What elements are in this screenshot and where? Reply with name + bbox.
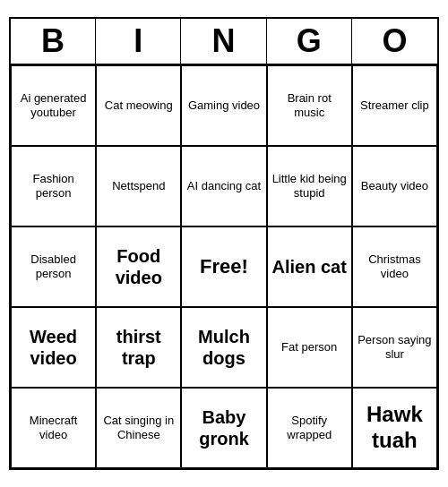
- bingo-cell-15: Weed video: [11, 307, 96, 388]
- bingo-header: BINGO: [11, 19, 437, 65]
- bingo-cell-9: Beauty video: [352, 146, 437, 226]
- header-letter-n: N: [181, 19, 266, 64]
- header-letter-b: B: [11, 19, 96, 64]
- bingo-cell-6: Nettspend: [96, 146, 181, 226]
- bingo-cell-14: Christmas video: [352, 226, 437, 307]
- bingo-cell-16: thirst trap: [96, 307, 181, 388]
- bingo-cell-21: Cat singing in Chinese: [96, 388, 181, 468]
- bingo-cell-5: Fashion person: [11, 146, 96, 226]
- bingo-cell-24: Hawk tuah: [352, 388, 437, 468]
- bingo-cell-8: Little kid being stupid: [267, 146, 352, 226]
- bingo-cell-10: Disabled person: [11, 226, 96, 307]
- bingo-cell-13: Alien cat: [267, 226, 352, 307]
- bingo-cell-7: AI dancing cat: [181, 146, 266, 226]
- header-letter-i: I: [96, 19, 181, 64]
- bingo-cell-0: Ai generated youtuber: [11, 65, 96, 146]
- bingo-cell-4: Streamer clip: [352, 65, 437, 146]
- bingo-cell-1: Cat meowing: [96, 65, 181, 146]
- header-letter-g: G: [267, 19, 352, 64]
- bingo-cell-12: Free!: [181, 226, 266, 307]
- bingo-cell-22: Baby gronk: [181, 388, 266, 468]
- bingo-cell-20: Minecraft video: [11, 388, 96, 468]
- bingo-cell-18: Fat person: [267, 307, 352, 388]
- bingo-cell-17: Mulch dogs: [181, 307, 266, 388]
- bingo-cell-3: Brain rot music: [267, 65, 352, 146]
- bingo-card: BINGO Ai generated youtuberCat meowingGa…: [9, 17, 439, 470]
- bingo-grid: Ai generated youtuberCat meowingGaming v…: [11, 65, 437, 468]
- bingo-cell-23: Spotify wrapped: [267, 388, 352, 468]
- bingo-cell-19: Person saying slur: [352, 307, 437, 388]
- bingo-cell-2: Gaming video: [181, 65, 266, 146]
- bingo-cell-11: Food video: [96, 226, 181, 307]
- header-letter-o: O: [352, 19, 437, 64]
